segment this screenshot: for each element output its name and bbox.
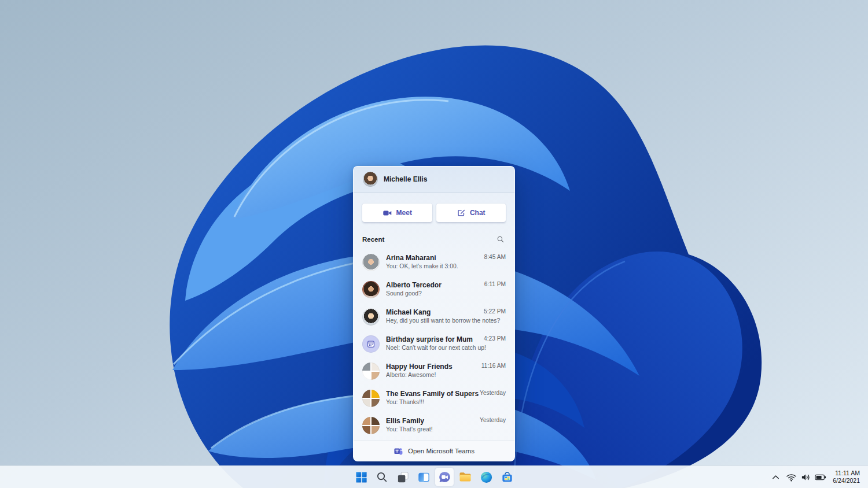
chat-list-item[interactable]: Birthday surprise for Mum Noel: Can't wa… [354, 330, 514, 357]
battery-icon [815, 473, 826, 482]
edge-button[interactable] [477, 468, 495, 486]
chat-preview: Sound good? [386, 290, 506, 298]
teams-chat-icon [437, 470, 452, 485]
teams-logo-icon [393, 446, 403, 456]
chat-taskbar-button[interactable] [435, 468, 454, 486]
chat-list-item[interactable]: Happy Hour Friends Alberto: Awesome! 11:… [354, 357, 514, 385]
chat-preview: Hey, did you still want to borrow the no… [386, 317, 506, 325]
clock[interactable]: 11:11 AM 6/24/2021 [829, 468, 866, 486]
chat-timestamp: 4:23 PM [484, 335, 506, 342]
chat-avatar [362, 390, 380, 407]
chevron-up-icon [771, 473, 780, 482]
compose-icon [457, 208, 466, 217]
chat-avatar [362, 281, 380, 298]
file-explorer-button[interactable] [456, 468, 475, 486]
recent-heading: Recent [362, 236, 384, 243]
system-tray: 11:11 AM 6/24/2021 [768, 466, 866, 488]
search-taskbar-button[interactable] [373, 468, 391, 486]
taskbar: 11:11 AM 6/24/2021 [0, 465, 868, 488]
store-button[interactable] [498, 468, 516, 486]
chat-avatar [362, 363, 380, 380]
recent-row: Recent [362, 234, 506, 245]
task-view-button[interactable] [393, 468, 412, 486]
store-icon [501, 471, 514, 484]
chat-preview: You: That's great! [386, 426, 506, 434]
chat-preview: Noel: Can't wait for our next catch up! [386, 344, 506, 352]
search-icon [376, 471, 388, 483]
chat-list-item[interactable]: Alberto Tercedor Sound good? 6:11 PM [354, 276, 514, 303]
user-name: Michelle Ellis [384, 175, 427, 183]
widgets-icon [417, 471, 431, 484]
chat-list: Arina Maharani You: OK, let's make it 3:… [354, 249, 514, 441]
chat-avatar [362, 417, 380, 434]
widgets-button[interactable] [414, 468, 433, 486]
chat-button-label: Chat [470, 209, 486, 217]
search-icon [496, 235, 505, 243]
folder-icon [458, 470, 472, 484]
chat-preview: You: OK, let's make it 3:00. [386, 263, 506, 271]
calendar-icon [366, 339, 376, 349]
volume-icon [800, 472, 811, 482]
chat-timestamp: 5:22 PM [484, 308, 506, 315]
chat-list-item[interactable]: Arina Maharani You: OK, let's make it 3:… [354, 249, 514, 276]
flyout-header[interactable]: Michelle Ellis [354, 167, 514, 193]
tray-chevron-up-button[interactable] [768, 468, 783, 486]
chat-avatar [362, 254, 380, 271]
edge-icon [480, 471, 493, 484]
open-teams-label: Open Microsoft Teams [408, 448, 475, 454]
video-camera-icon [382, 208, 392, 218]
tray-status-button[interactable] [783, 468, 829, 486]
tray-time: 11:11 AM [835, 469, 860, 476]
start-button[interactable] [352, 468, 370, 486]
chat-avatar [362, 335, 380, 353]
user-avatar[interactable] [363, 172, 378, 187]
chat-preview: You: Thanks!!! [386, 398, 506, 406]
wifi-icon [786, 472, 797, 482]
chat-timestamp: 8:45 AM [484, 254, 506, 260]
desktop: Michelle Ellis Meet Chat Recent [0, 0, 868, 488]
search-button[interactable] [495, 234, 506, 245]
chat-timestamp: 11:16 AM [481, 363, 506, 369]
chat-button[interactable]: Chat [436, 204, 506, 222]
quick-actions: Meet Chat [354, 193, 514, 222]
chat-preview: Alberto: Awesome! [386, 371, 506, 379]
chat-timestamp: 6:11 PM [484, 281, 506, 287]
chat-list-item[interactable]: Ellis Family You: That's great! Yesterda… [354, 412, 514, 439]
open-teams-button[interactable]: Open Microsoft Teams [354, 441, 514, 461]
windows-logo-icon [355, 471, 368, 484]
chat-list-item[interactable]: The Evans Family of Supers You: Thanks!!… [354, 385, 514, 412]
meet-button-label: Meet [396, 209, 412, 217]
task-view-icon [396, 471, 410, 484]
chat-timestamp: Yesterday [480, 417, 506, 423]
taskbar-center [352, 466, 516, 488]
tray-date: 6/24/2021 [833, 477, 860, 484]
chat-timestamp: Yesterday [480, 390, 506, 396]
chat-avatar [362, 308, 380, 326]
teams-chat-flyout: Michelle Ellis Meet Chat Recent [353, 166, 515, 461]
meet-button[interactable]: Meet [362, 204, 432, 222]
chat-list-item[interactable]: Michael Kang Hey, did you still want to … [354, 303, 514, 330]
